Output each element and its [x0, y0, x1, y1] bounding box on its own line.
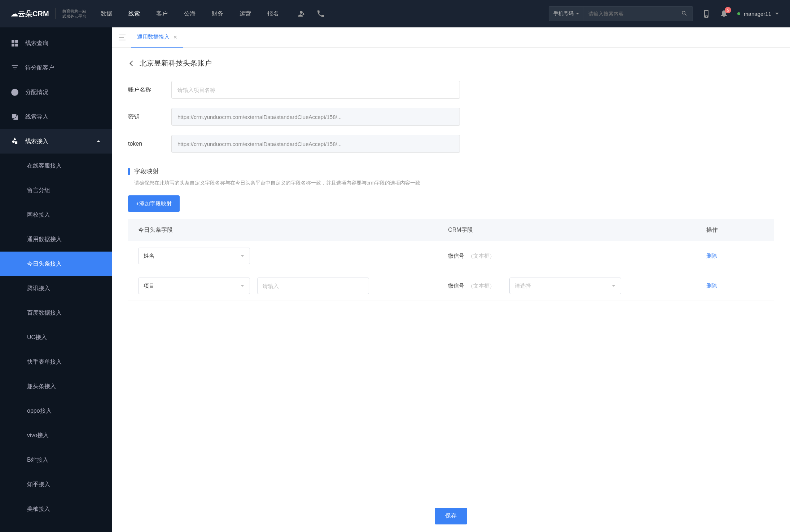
tt-extra-input[interactable]: [257, 278, 369, 294]
notification-badge: 5: [725, 7, 731, 13]
search-input[interactable]: [584, 11, 676, 17]
save-button[interactable]: 保存: [435, 508, 467, 524]
sidebar-subitem[interactable]: 在线客服接入: [0, 154, 112, 178]
table-row: 项目微信号（文本框）请选择删除: [128, 271, 774, 301]
search-box: 手机号码: [549, 6, 693, 21]
account-name-input[interactable]: [171, 81, 460, 99]
sidebar-subitem[interactable]: UC接入: [0, 325, 112, 350]
logo-text: 云朵CRM: [18, 9, 49, 19]
user-menu[interactable]: manager11: [737, 11, 779, 17]
sidebar-icon: [11, 113, 19, 121]
cloud-icon: ☁: [11, 9, 18, 18]
top-nav-item[interactable]: 线索: [128, 9, 140, 19]
top-nav-item[interactable]: 运营: [240, 9, 251, 19]
sidebar-subitem[interactable]: B站接入: [0, 448, 112, 472]
sidebar-subitem[interactable]: 美柚接入: [0, 497, 112, 521]
search-type-select[interactable]: 手机号码: [549, 6, 584, 21]
sidebar-subitem[interactable]: 网校接入: [0, 203, 112, 227]
hamburger-icon: [119, 35, 126, 40]
status-dot-icon: [737, 12, 740, 15]
tt-field-select[interactable]: 姓名: [138, 248, 250, 264]
sidebar-icon: [11, 64, 19, 72]
top-nav-item[interactable]: 数据: [101, 9, 112, 19]
sidebar-subitem[interactable]: vivo接入: [0, 423, 112, 448]
page-title-row: 北京昱新科技头条账户: [128, 58, 774, 68]
sidebar-subitem[interactable]: 快手表单接入: [0, 350, 112, 374]
notification-button[interactable]: 5: [720, 9, 728, 19]
chevron-icon: [96, 139, 101, 144]
table-row: 姓名微信号（文本框）删除: [128, 241, 774, 271]
username: manager11: [744, 11, 771, 17]
header-icons-group: [297, 9, 325, 18]
tab[interactable]: 通用数据接入✕: [131, 27, 183, 48]
sidebar-subitem[interactable]: 趣头条接入: [0, 374, 112, 399]
sidebar-item[interactable]: 线索导入: [0, 105, 112, 129]
sidebar-subitem[interactable]: 通用数据接入: [0, 227, 112, 252]
secret-row: 密钥: [128, 108, 774, 126]
secret-input[interactable]: [171, 108, 460, 126]
crm-field-select[interactable]: 请选择: [509, 278, 621, 294]
table-header: 今日头条字段: [128, 219, 438, 241]
user-add-icon[interactable]: [297, 9, 306, 18]
sidebar-subitem[interactable]: 腾讯接入: [0, 276, 112, 301]
sidebar: 线索查询待分配客户分配情况线索导入线索接入在线客服接入留言分组网校接入通用数据接…: [0, 27, 112, 532]
sidebar-item[interactable]: 线索查询: [0, 31, 112, 56]
sidebar-subitem[interactable]: 知乎接入: [0, 472, 112, 497]
top-nav: 数据线索客户公海财务运营报名: [101, 9, 279, 19]
mapping-table: 今日头条字段CRM字段操作 姓名微信号（文本框）删除项目微信号（文本框）请选择删…: [128, 219, 774, 301]
crm-field: 微信号（文本框）: [448, 253, 686, 260]
search-button[interactable]: [676, 10, 693, 18]
token-label: token: [128, 141, 171, 147]
token-input[interactable]: [171, 135, 460, 153]
tt-field-select[interactable]: 项目: [138, 278, 250, 294]
sidebar-subitem[interactable]: 百度数据接入: [0, 301, 112, 325]
account-name-label: 账户名称: [128, 86, 171, 94]
token-row: token: [128, 135, 774, 153]
chevron-down-icon: [576, 12, 579, 15]
logo-divider: [56, 8, 56, 19]
back-icon[interactable]: [128, 60, 135, 67]
delete-button[interactable]: 删除: [706, 283, 717, 289]
crm-field: 微信号（文本框）请选择: [448, 278, 686, 294]
account-name-row: 账户名称: [128, 81, 774, 99]
sidebar-item[interactable]: 分配情况: [0, 80, 112, 105]
sidebar-subitem[interactable]: 今日头条接入: [0, 252, 112, 276]
page-title: 北京昱新科技头条账户: [140, 58, 212, 68]
mapping-title: 字段映射: [134, 167, 159, 176]
top-nav-item[interactable]: 财务: [212, 9, 223, 19]
sidebar-subitem[interactable]: oppo接入: [0, 399, 112, 423]
logo: ☁ 云朵CRM 教育机构一站 式服务云平台: [11, 8, 86, 19]
content: 北京昱新科技头条账户 账户名称 密钥 token 字段映射 请确保您在此填写的头…: [112, 48, 790, 532]
sidebar-icon: [11, 137, 19, 145]
phone-icon[interactable]: [316, 9, 325, 18]
sidebar-item[interactable]: 线索接入: [0, 129, 112, 154]
search-icon: [681, 10, 688, 17]
chevron-down-icon: [240, 254, 245, 258]
main-area: 通用数据接入✕ 北京昱新科技头条账户 账户名称 密钥 token 字段映射: [112, 27, 790, 532]
tabs-bar: 通用数据接入✕: [112, 27, 790, 48]
footer: 保存: [112, 500, 790, 532]
mobile-icon[interactable]: [702, 9, 711, 18]
mapping-desc: 请确保您在此填写的头条自定义字段名称与在今日头条平台中自定义的字段名称一致，并且…: [128, 180, 774, 186]
top-nav-item[interactable]: 公海: [184, 9, 196, 19]
table-header: CRM字段: [438, 219, 696, 241]
add-mapping-button[interactable]: +添加字段映射: [128, 195, 180, 212]
mapping-section-header: 字段映射: [128, 167, 774, 176]
top-nav-item[interactable]: 报名: [267, 9, 279, 19]
logo-mark: ☁ 云朵CRM: [11, 9, 49, 19]
section-bar-icon: [128, 168, 130, 175]
top-nav-item[interactable]: 客户: [156, 9, 168, 19]
tab-close-icon[interactable]: ✕: [173, 34, 177, 40]
delete-button[interactable]: 删除: [706, 253, 717, 259]
collapse-sidebar-button[interactable]: [116, 31, 128, 44]
sidebar-subitem[interactable]: 留言分组: [0, 178, 112, 203]
sidebar-icon: [11, 88, 19, 96]
chevron-down-icon: [611, 284, 616, 288]
logo-subtitle: 教育机构一站 式服务云平台: [62, 9, 86, 19]
chevron-down-icon: [240, 284, 245, 288]
sidebar-item[interactable]: 待分配客户: [0, 56, 112, 80]
table-header: 操作: [696, 219, 774, 241]
top-header: ☁ 云朵CRM 教育机构一站 式服务云平台 数据线索客户公海财务运营报名 手机号…: [0, 0, 790, 27]
header-right: 手机号码 5 manager11: [549, 6, 779, 21]
chevron-down-icon: [775, 12, 779, 16]
